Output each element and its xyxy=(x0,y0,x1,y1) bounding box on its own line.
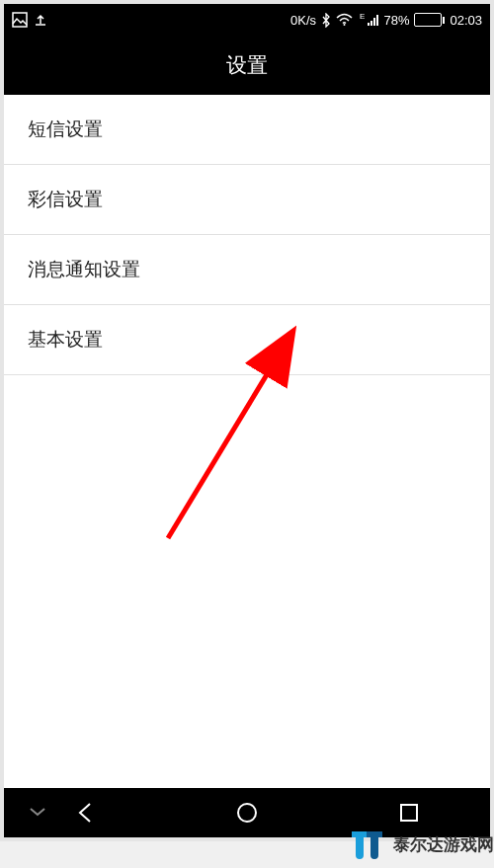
settings-item-label: 短信设置 xyxy=(28,118,103,139)
svg-rect-3 xyxy=(401,805,417,821)
clock: 02:03 xyxy=(450,13,482,28)
phone-screen: 0K/s E 78% 02:03 设置 xyxy=(0,0,494,841)
settings-item-notification[interactable]: 消息通知设置 xyxy=(4,235,490,305)
wifi-icon xyxy=(336,13,353,27)
status-left xyxy=(12,12,47,28)
title-bar: 设置 xyxy=(4,36,490,95)
settings-item-basic[interactable]: 基本设置 xyxy=(4,305,490,375)
upload-icon xyxy=(34,13,47,27)
battery-percent: 78% xyxy=(383,13,409,28)
settings-list: 短信设置 彩信设置 消息通知设置 基本设置 xyxy=(4,95,490,788)
settings-item-mms[interactable]: 彩信设置 xyxy=(4,165,490,235)
status-bar: 0K/s E 78% 02:03 xyxy=(4,4,490,36)
svg-point-2 xyxy=(238,804,256,822)
watermark: 泰尔达游戏网 xyxy=(350,826,494,863)
watermark-icon xyxy=(350,826,387,863)
nav-back-button[interactable] xyxy=(63,791,107,834)
watermark-text: 泰尔达游戏网 xyxy=(393,833,494,856)
signal-icon xyxy=(368,14,378,26)
svg-rect-0 xyxy=(13,13,27,27)
svg-point-1 xyxy=(344,24,346,26)
data-speed: 0K/s xyxy=(290,13,316,28)
settings-item-label: 基本设置 xyxy=(28,329,103,350)
status-right: 0K/s E 78% 02:03 xyxy=(290,13,482,28)
nav-home-button[interactable] xyxy=(225,791,269,834)
page-title: 设置 xyxy=(226,51,268,79)
gallery-icon xyxy=(12,12,28,28)
chevron-down-icon[interactable] xyxy=(29,804,46,822)
settings-item-label: 彩信设置 xyxy=(28,189,103,209)
network-type: E xyxy=(360,12,365,21)
settings-item-sms[interactable]: 短信设置 xyxy=(4,95,490,165)
battery-icon xyxy=(414,13,445,27)
settings-item-label: 消息通知设置 xyxy=(28,259,140,279)
bluetooth-icon xyxy=(321,13,331,28)
